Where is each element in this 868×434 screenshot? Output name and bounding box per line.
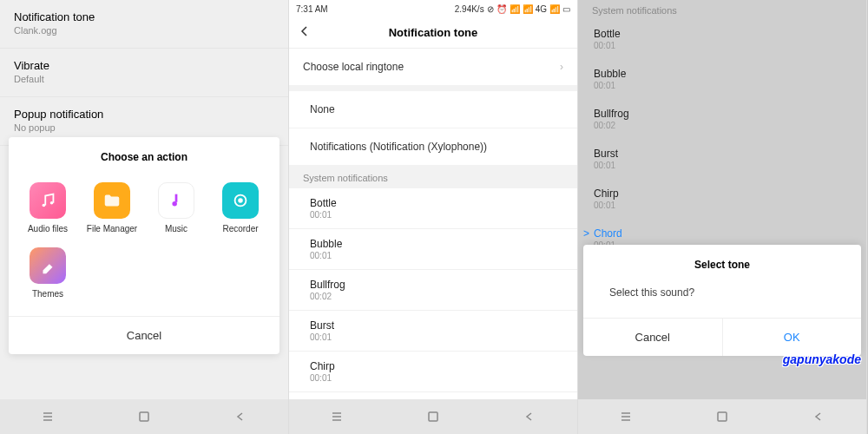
tone-row[interactable]: Bubble00:01	[289, 229, 577, 270]
app-label: Audio files	[28, 224, 68, 233]
tone-row[interactable]: Bottle00:01	[289, 188, 577, 229]
chevron-right-icon: ›	[560, 61, 563, 73]
status-time: 7:31 AM	[296, 4, 328, 14]
tone-row[interactable]: Chirp00:01	[289, 352, 577, 392]
tone-name: Bubble	[310, 238, 556, 250]
tone-row[interactable]: Burst00:01	[289, 311, 577, 352]
svg-point-2	[172, 201, 177, 207]
back-button[interactable]	[298, 24, 312, 42]
svg-point-4	[238, 198, 243, 203]
file-icon	[94, 182, 130, 219]
app-label: Recorder	[222, 224, 258, 233]
android-navbar	[289, 399, 577, 434]
dialog-ok-button[interactable]: OK	[723, 319, 862, 356]
tone-row[interactable]: Bubble00:01	[578, 59, 866, 99]
section-header: System notifications	[289, 166, 577, 188]
app-label: Themes	[32, 289, 63, 299]
tone-name: Burst	[310, 319, 556, 332]
tone-row[interactable]: Bullfrog00:02	[289, 270, 577, 311]
tone-duration: 00:01	[594, 161, 851, 170]
nav-home-icon[interactable]	[425, 409, 441, 424]
setting-subtitle: No popup	[14, 122, 274, 133]
tone-row[interactable]: Bullfrog00:02	[578, 99, 866, 139]
setting-title: Vibrate	[14, 59, 274, 72]
alarm-icon: ⏰	[496, 4, 507, 14]
tone-name: Chord	[594, 227, 851, 240]
tone-duration: 00:01	[310, 251, 556, 260]
svg-rect-12	[429, 412, 437, 421]
setting-item[interactable]: VibrateDefault	[0, 49, 288, 97]
tone-duration: 00:01	[594, 41, 851, 50]
tone-duration: 00:02	[594, 121, 851, 130]
android-navbar	[578, 399, 866, 434]
svg-rect-16	[718, 412, 727, 421]
tone-row[interactable]: Bottle00:01	[578, 19, 866, 59]
setting-item[interactable]: Notification toneClank.ogg	[0, 0, 288, 49]
header: Notification tone	[289, 17, 577, 49]
action-sheet: Choose an action Audio filesFile Manager…	[9, 137, 279, 354]
svg-rect-8	[140, 412, 148, 421]
recorder-icon	[222, 182, 259, 219]
tone-name: Bullfrog	[594, 108, 851, 120]
choose-local-ringtone[interactable]: Choose local ringtone ›	[289, 49, 577, 86]
setting-title: Popup notification	[14, 108, 274, 121]
network-type: 4G	[536, 4, 547, 14]
nav-home-icon[interactable]	[714, 409, 730, 424]
nav-back-icon[interactable]	[233, 409, 248, 424]
tone-duration: 00:02	[310, 292, 556, 301]
tone-name: Bubble	[594, 68, 851, 80]
app-music[interactable]: Music	[144, 177, 208, 242]
sheet-cancel-button[interactable]: Cancel	[9, 316, 279, 354]
music-icon	[158, 182, 194, 219]
tone-name: Bottle	[310, 197, 556, 209]
tone-row[interactable]: Burst00:01	[578, 139, 866, 179]
status-speed: 2.94K/s	[455, 4, 484, 14]
screen-select-tone-dialog: System notifications Bottle00:01Bubble00…	[578, 0, 867, 434]
app-audio[interactable]: Audio files	[16, 177, 80, 242]
app-file[interactable]: File Manager	[80, 177, 144, 242]
nav-back-icon[interactable]	[811, 409, 826, 424]
nav-back-icon[interactable]	[522, 409, 537, 424]
tone-name: Chirp	[310, 360, 556, 372]
section-header: System notifications	[578, 0, 866, 19]
tone-duration: 00:01	[310, 210, 556, 220]
app-themes[interactable]: Themes	[16, 242, 80, 307]
tone-name: Bullfrog	[310, 279, 556, 291]
tone-duration: 00:01	[310, 332, 556, 342]
tone-name: Chirp	[594, 187, 851, 200]
dialog-cancel-button[interactable]: Cancel	[583, 319, 723, 356]
sheet-title: Choose an action	[9, 137, 279, 174]
svg-point-0	[43, 204, 46, 207]
tone-none[interactable]: None	[289, 91, 577, 128]
watermark: gapunyakode	[783, 352, 861, 366]
setting-subtitle: Default	[14, 74, 274, 84]
svg-point-1	[50, 201, 54, 205]
tone-current[interactable]: Notifications (Notification (Xylophone))	[289, 128, 577, 166]
app-label: Music	[165, 224, 187, 233]
tone-name: Burst	[594, 148, 851, 160]
page-title: Notification tone	[389, 26, 478, 39]
dialog-body: Select this sound?	[583, 278, 861, 318]
android-navbar	[0, 399, 288, 434]
nav-recent-icon[interactable]	[329, 409, 345, 424]
tone-row[interactable]: Chirp00:01	[578, 179, 866, 219]
status-bar: 7:31 AM 2.94K/s ⊘ ⏰ 📶 📶 4G 📶 ▭	[289, 0, 577, 17]
signal2-icon: 📶	[549, 4, 560, 14]
audio-icon	[30, 182, 66, 219]
tone-duration: 00:01	[310, 373, 556, 383]
nav-recent-icon[interactable]	[40, 409, 56, 424]
tone-duration: 00:01	[594, 201, 851, 210]
themes-icon	[30, 247, 66, 284]
setting-subtitle: Clank.ogg	[14, 25, 274, 36]
screen-settings: Notification toneClank.oggVibrateDefault…	[0, 0, 289, 434]
setting-title: Notification tone	[14, 10, 274, 23]
nav-home-icon[interactable]	[136, 409, 152, 424]
dialog-title: Select tone	[583, 245, 861, 278]
battery-icon: ▭	[562, 4, 570, 14]
alarm-off-icon: ⊘	[487, 4, 494, 14]
wifi-icon: 📶	[510, 4, 520, 14]
nav-recent-icon[interactable]	[618, 409, 634, 424]
app-recorder[interactable]: Recorder	[208, 177, 273, 242]
tone-duration: 00:01	[594, 81, 851, 90]
app-label: File Manager	[87, 224, 137, 233]
